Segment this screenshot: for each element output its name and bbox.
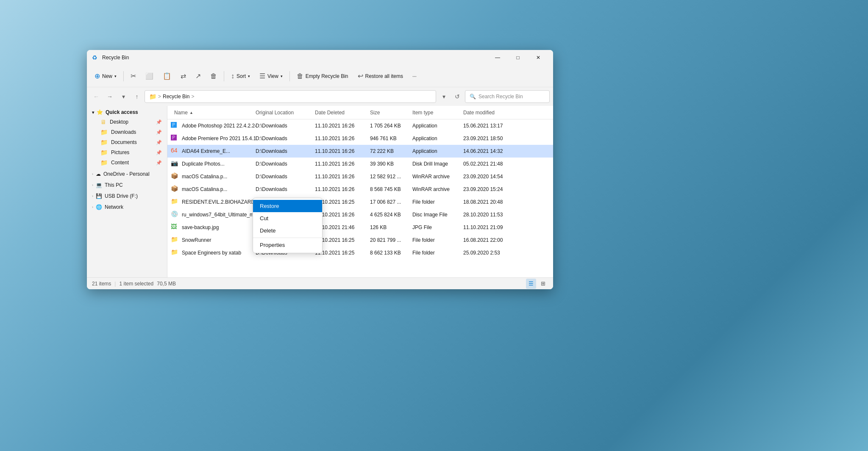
file-date-del: 11.10.2021 16:26 — [315, 174, 370, 180]
col-header-size[interactable]: Size — [370, 110, 412, 116]
file-size: 126 KB — [370, 224, 412, 230]
onedrive-chevron: › — [92, 172, 93, 176]
sidebar-item-downloads[interactable]: 📁 Downloads 📌 — [89, 127, 165, 137]
list-view-button[interactable]: ☰ — [526, 279, 536, 289]
view-icons: ☰ ⊞ — [526, 279, 548, 289]
file-name: save-backup.jpg — [182, 224, 219, 230]
quick-access-header[interactable]: ▾ ⭐ Quick access — [89, 108, 165, 117]
this-pc-icon: 💻 — [96, 182, 102, 188]
sort-label: Sort — [236, 73, 246, 79]
file-icon: 🖼 — [171, 223, 179, 232]
ctx-cut[interactable]: Cut — [253, 212, 322, 224]
delete-button[interactable]: 🗑 — [206, 69, 221, 84]
col-header-date-mod[interactable]: Date modified — [463, 110, 518, 116]
sidebar-item-usb[interactable]: › 💾 USB Drive (F:) — [89, 191, 165, 201]
col-size-label: Size — [370, 110, 380, 116]
restore-all-button[interactable]: ↩ Restore all items — [353, 69, 407, 84]
file-type: File folder — [412, 237, 463, 243]
file-size: 12 582 912 ... — [370, 174, 412, 180]
address-path[interactable]: 📁 > Recycle Bin > — [145, 90, 436, 103]
sidebar-item-content[interactable]: 📁 Content 📌 — [89, 158, 165, 168]
downloads-label: Downloads — [111, 129, 136, 135]
move-button[interactable]: ⇄ — [176, 69, 190, 84]
file-row[interactable]: 📁 SnowRunner D:\Downloads 11.10.2021 16:… — [167, 234, 553, 246]
refresh-button[interactable]: ↺ — [451, 91, 463, 102]
close-button[interactable]: ✕ — [529, 51, 548, 64]
item-count: 21 items — [92, 281, 111, 287]
col-date-del-label: Date Deleted — [315, 110, 345, 116]
new-label: New — [102, 73, 112, 79]
grid-view-button[interactable]: ⊞ — [538, 279, 548, 289]
sidebar-item-this-pc[interactable]: › 💻 This PC — [89, 180, 165, 190]
file-icon: 💿 — [171, 210, 179, 219]
sidebar-item-onedrive[interactable]: › ☁ OneDrive - Personal — [89, 169, 165, 179]
delete-icon: 🗑 — [210, 72, 217, 80]
sidebar-item-pictures[interactable]: 📁 Pictures 📌 — [89, 147, 165, 158]
dropdown-button[interactable]: ▾ — [438, 91, 450, 102]
col-orig-loc-label: Original Location — [256, 110, 294, 116]
back-button[interactable]: ← — [90, 91, 102, 102]
file-row[interactable]: 📷 Duplicate Photos... D:\Downloads 11.10… — [167, 158, 553, 170]
documents-label: Documents — [111, 139, 137, 145]
file-row[interactable]: 📦 macOS Catalina.p... D:\Downloads 11.10… — [167, 183, 553, 196]
empty-bin-button[interactable]: 🗑 Empty Recycle Bin — [292, 69, 353, 84]
col-date-mod-label: Date modified — [463, 110, 495, 116]
col-header-name[interactable]: Name ▲ — [171, 110, 256, 116]
ctx-delete[interactable]: Delete — [253, 224, 322, 237]
file-date-mod: 23.09.2020 15:24 — [463, 186, 518, 192]
col-header-orig-loc[interactable]: Original Location — [256, 110, 315, 116]
file-name-cell: 🅿 Adobe Photoshop 2021 22.4.2.242 R... — [171, 122, 256, 130]
search-box[interactable]: 🔍 Search Recycle Bin — [465, 90, 550, 103]
paste-button[interactable]: 📋 — [159, 69, 175, 84]
cut-button[interactable]: ✂ — [126, 69, 140, 84]
file-row[interactable]: 📁 RESIDENT.EVIL.2.BIOHAZARD.RE2. b... D:… — [167, 196, 553, 208]
file-row[interactable]: 💿 ru_windows7_64bit_Ultimate_msdn_... D:… — [167, 208, 553, 221]
file-date-mod: 28.10.2020 11:53 — [463, 212, 518, 218]
sidebar-item-documents[interactable]: 📁 Documents 📌 — [89, 137, 165, 147]
maximize-button[interactable]: □ — [508, 51, 528, 64]
col-name-label: Name — [174, 110, 188, 116]
sort-button[interactable]: ↕ Sort ▾ — [227, 69, 254, 84]
file-row[interactable]: 📁 Space Engineers by xatab D:\Downloads … — [167, 246, 553, 259]
col-header-type[interactable]: Item type — [412, 110, 463, 116]
desktop-icon: 🖥 — [100, 119, 106, 125]
ctx-properties[interactable]: Properties — [253, 239, 322, 251]
forward-button[interactable]: → — [104, 91, 116, 102]
file-row[interactable]: 📦 macOS Catalina.p... D:\Downloads 11.10… — [167, 170, 553, 183]
file-name: macOS Catalina.p... — [182, 186, 227, 192]
restore-all-label: Restore all items — [365, 73, 403, 79]
file-date-mod: 14.06.2021 14:32 — [463, 148, 518, 154]
pictures-icon: 📁 — [100, 149, 108, 156]
copy-button[interactable]: ⬜ — [141, 69, 158, 84]
file-date-del: 11.10.2021 16:26 — [315, 136, 370, 141]
network-section: › 🌐 Network — [87, 202, 167, 212]
recent-button[interactable]: ▾ — [117, 91, 129, 102]
address-right: ▾ ↺ — [438, 91, 463, 102]
file-row[interactable]: 🅿 Adobe Photoshop 2021 22.4.2.242 R... D… — [167, 119, 553, 132]
file-name-cell: 📦 macOS Catalina.p... — [171, 172, 256, 181]
view-button[interactable]: ☰ View ▾ — [255, 69, 287, 84]
sidebar-item-desktop[interactable]: 🖥 Desktop 📌 — [89, 117, 165, 127]
content-pin-icon: 📌 — [156, 160, 162, 166]
share-button[interactable]: ↗ — [191, 69, 205, 84]
col-header-date-del[interactable]: Date Deleted — [315, 110, 370, 116]
up-button[interactable]: ↑ — [131, 91, 143, 102]
quick-access-section: ▾ ⭐ Quick access 🖥 Desktop 📌 📁 Downloads… — [87, 108, 167, 168]
file-row[interactable]: 🅿 Adobe Premiere Pro 2021 15.4.1.6 R... … — [167, 132, 553, 145]
move-icon: ⇄ — [181, 72, 186, 80]
new-icon: ⊕ — [95, 72, 100, 80]
file-list: 🅿 Adobe Photoshop 2021 22.4.2.242 R... D… — [167, 119, 553, 277]
ctx-restore[interactable]: Restore — [253, 200, 322, 212]
file-name-cell: 📷 Duplicate Photos... — [171, 160, 256, 168]
file-row[interactable]: 64 AIDA64 Extreme_E... D:\Downloads 11.1… — [167, 145, 553, 158]
more-button[interactable]: ··· — [408, 69, 421, 84]
this-pc-label: This PC — [105, 182, 123, 188]
new-button[interactable]: ⊕ New ▾ — [90, 69, 121, 84]
sidebar-item-network[interactable]: › 🌐 Network — [89, 202, 165, 212]
file-type: Application — [412, 123, 463, 129]
file-date-mod: 23.09.2020 14:54 — [463, 174, 518, 180]
file-row[interactable]: 🖼 save-backup.jpg C:\Users\lukas\Picture… — [167, 221, 553, 234]
view-icon: ☰ — [259, 72, 265, 80]
minimize-button[interactable]: — — [488, 51, 507, 64]
file-orig-loc: D:\Downloads — [256, 148, 315, 154]
